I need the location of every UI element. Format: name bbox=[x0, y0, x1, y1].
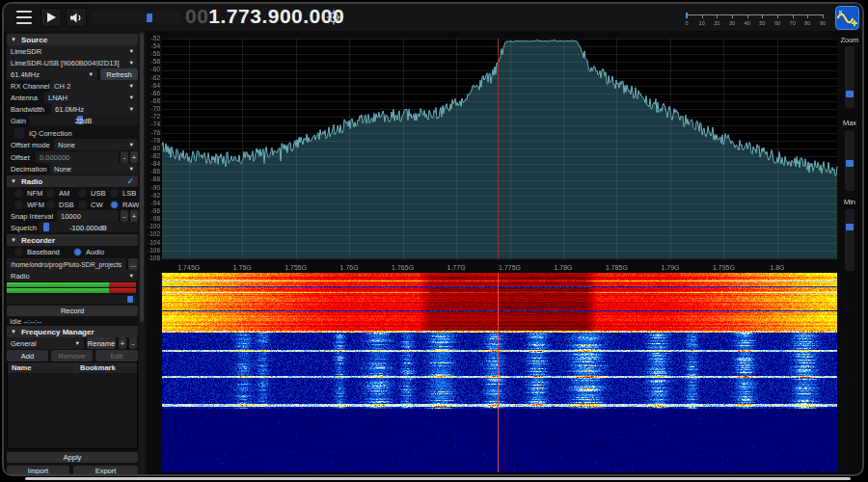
decimation-select[interactable]: None▼ bbox=[50, 163, 138, 174]
collapse-arrow-icon: ▼ bbox=[11, 178, 16, 184]
frequency-display[interactable]: 001.773.900.000 bbox=[185, 5, 344, 28]
tuner-target-icon[interactable] bbox=[326, 10, 341, 25]
offset-plus-button[interactable]: + bbox=[130, 151, 138, 163]
gain-label: Gain bbox=[11, 117, 26, 125]
offset-mode-label: Offset mode bbox=[11, 141, 50, 149]
snap-minus-button[interactable]: - bbox=[121, 210, 128, 222]
squelch-slider[interactable]: -100.000dB bbox=[39, 222, 138, 232]
play-icon bbox=[46, 13, 56, 22]
snr-tick bbox=[807, 14, 808, 18]
export-button[interactable]: Export bbox=[73, 466, 138, 476]
apply-button[interactable]: Apply bbox=[7, 452, 138, 463]
source-device-select[interactable]: LimeSDR-USB [9060B00492D13]▼ bbox=[7, 57, 138, 68]
fm-list-select[interactable]: General▼ bbox=[7, 337, 84, 349]
recorder-path-input[interactable]: /home/ondro/prog/Pluto-SDR_projects bbox=[7, 258, 126, 270]
max-slider[interactable] bbox=[845, 130, 854, 191]
sidebar-scrollbar-thumb[interactable] bbox=[140, 33, 144, 322]
antenna-select[interactable]: LNAH▼ bbox=[44, 92, 138, 103]
samplerate-select[interactable]: 61.4MHz▼ bbox=[7, 68, 97, 80]
volume-button[interactable] bbox=[66, 8, 87, 27]
section-header-radio[interactable]: ▼ Radio ✓ bbox=[7, 175, 138, 187]
refresh-button[interactable]: Refresh bbox=[100, 68, 138, 80]
snr-tick bbox=[747, 14, 748, 18]
zoom-slider-thumb[interactable] bbox=[846, 91, 854, 97]
snap-plus-button[interactable]: + bbox=[130, 210, 138, 222]
remove-button[interactable]: Remove bbox=[51, 350, 93, 362]
collapse-arrow-icon: ▼ bbox=[11, 237, 16, 243]
snr-tick-label: 80 bbox=[804, 20, 810, 26]
gain-slider[interactable]: 22dB bbox=[29, 115, 138, 125]
section-header-frequency-manager[interactable]: ▼ Frequency Manager bbox=[7, 326, 138, 337]
app-window: 001.773.900.000 0102030405060708090 ▼ So… bbox=[2, 2, 864, 476]
snr-meter: 0102030405060708090 bbox=[687, 13, 827, 28]
section-header-recorder[interactable]: ▼ Recorder bbox=[7, 234, 138, 246]
browse-button[interactable]: ... bbox=[128, 258, 138, 270]
chevron-down-icon: ▼ bbox=[72, 340, 80, 346]
edit-button[interactable]: Edit bbox=[95, 350, 138, 362]
volume-slider[interactable] bbox=[92, 12, 181, 23]
min-slider-label: Min bbox=[837, 198, 862, 206]
min-slider[interactable] bbox=[845, 209, 854, 271]
snap-interval-label: Snap Interval bbox=[11, 212, 53, 221]
waterfall-plot[interactable] bbox=[162, 273, 837, 472]
min-slider-thumb[interactable] bbox=[846, 224, 854, 230]
frequency-leading-zeros: 00 bbox=[185, 5, 208, 27]
collapse-arrow-icon: ▼ bbox=[11, 37, 16, 42]
sidebar-scrollbar[interactable] bbox=[139, 31, 145, 476]
sdrpp-logo-icon bbox=[835, 6, 859, 30]
bandwidth-label: Bandwidth bbox=[11, 105, 44, 114]
mode-radio-raw[interactable]: RAW bbox=[110, 199, 139, 210]
offset-input[interactable]: 0.000000 bbox=[36, 151, 119, 163]
chevron-down-icon: ▼ bbox=[126, 142, 134, 147]
rx-channel-select[interactable]: CH 2▼ bbox=[50, 80, 138, 92]
squelch-value: -100.000dB bbox=[39, 224, 138, 232]
window-bottom-edge bbox=[25, 477, 851, 480]
snr-tick bbox=[762, 14, 763, 18]
section-header-source[interactable]: ▼ Source bbox=[7, 34, 138, 45]
recorder-mode-audio[interactable]: Audio bbox=[73, 246, 104, 257]
squelch-label: Squelch bbox=[11, 224, 37, 232]
recorder-volume-slider[interactable] bbox=[7, 295, 138, 304]
zoom-slider[interactable] bbox=[845, 46, 854, 108]
mode-radio-cw[interactable]: CW bbox=[78, 199, 103, 210]
snr-tick-label: 10 bbox=[699, 20, 705, 26]
speaker-icon bbox=[70, 13, 83, 23]
recorder-stream-select[interactable]: Radio▼ bbox=[7, 270, 138, 281]
chevron-down-icon: ▼ bbox=[86, 71, 94, 77]
offset-minus-button[interactable]: - bbox=[121, 151, 128, 163]
offset-mode-select[interactable]: None▼ bbox=[54, 139, 138, 150]
mode-radio-dsb[interactable]: DSB bbox=[46, 199, 73, 210]
iq-correction-checkbox[interactable] bbox=[14, 128, 24, 138]
mode-radio-lsb[interactable]: LSB bbox=[110, 187, 136, 199]
chevron-down-icon: ▼ bbox=[126, 48, 134, 54]
rename-button[interactable]: Rename bbox=[87, 337, 116, 349]
left-sidebar: ▼ Source LimeSDR▼ LimeSDR-USB [9060B0049… bbox=[6, 31, 147, 476]
recorder-mode-baseband[interactable]: Baseband bbox=[14, 246, 60, 257]
max-slider-thumb[interactable] bbox=[846, 160, 854, 167]
chevron-down-icon: ▼ bbox=[126, 94, 134, 100]
snap-interval-input[interactable]: 10000 bbox=[57, 210, 119, 222]
menu-icon[interactable] bbox=[16, 11, 32, 24]
recorder-volume-thumb[interactable] bbox=[127, 296, 133, 303]
fm-minus-button[interactable]: - bbox=[129, 337, 137, 349]
volume-slider-thumb[interactable] bbox=[147, 13, 152, 22]
fft-spectrum-plot[interactable] bbox=[147, 31, 841, 274]
snr-tick bbox=[702, 14, 703, 18]
import-button[interactable]: Import bbox=[7, 466, 69, 476]
fm-plus-button[interactable]: + bbox=[119, 337, 126, 349]
play-button[interactable] bbox=[41, 8, 62, 27]
snr-tick-label: 90 bbox=[820, 20, 826, 26]
mode-radio-nfm[interactable]: NFM bbox=[14, 187, 42, 199]
snr-meter-scale bbox=[687, 14, 823, 15]
chevron-down-icon: ▼ bbox=[126, 273, 134, 279]
mode-radio-usb[interactable]: USB bbox=[78, 187, 105, 199]
chevron-down-icon: ▼ bbox=[126, 106, 134, 112]
bookmark-table[interactable]: Name Bookmark bbox=[7, 362, 138, 449]
add-button[interactable]: Add bbox=[7, 350, 48, 362]
mode-radio-wfm[interactable]: WFM bbox=[14, 199, 44, 210]
mode-radio-am[interactable]: AM bbox=[46, 187, 69, 199]
chevron-down-icon: ▼ bbox=[126, 83, 134, 89]
bandwidth-select[interactable]: 61.0MHz▼ bbox=[51, 103, 138, 115]
record-button[interactable]: Record bbox=[7, 306, 138, 316]
source-driver-select[interactable]: LimeSDR▼ bbox=[7, 45, 138, 57]
